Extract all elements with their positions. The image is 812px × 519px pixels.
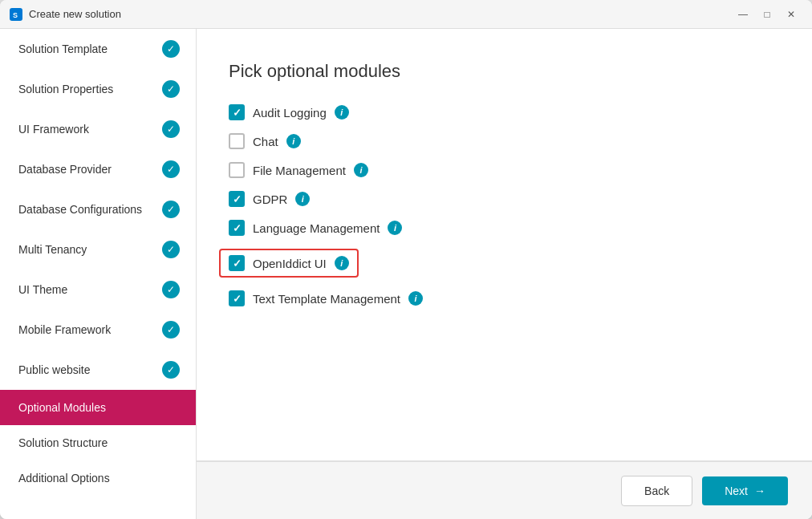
sidebar-item-ui-theme[interactable]: UI Theme✓ xyxy=(0,270,196,310)
info-icon-file-management[interactable]: i xyxy=(354,163,368,177)
check-circle-database-configurations: ✓ xyxy=(162,201,180,218)
module-label-gdpr: GDPR xyxy=(253,193,287,206)
sidebar-item-solution-template[interactable]: Solution Template✓ xyxy=(0,29,196,69)
checkbox-audit-logging[interactable] xyxy=(229,104,245,120)
checkbox-file-management[interactable] xyxy=(229,162,245,178)
info-icon-gdpr[interactable]: i xyxy=(295,192,310,206)
module-item-chat: Chati xyxy=(229,133,780,149)
info-icon-chat[interactable]: i xyxy=(286,134,301,148)
check-circle-solution-template: ✓ xyxy=(162,40,180,58)
check-circle-mobile-framework: ✓ xyxy=(162,321,180,339)
info-icon-openiddict-ui[interactable]: i xyxy=(335,256,349,270)
sidebar-item-label-mobile-framework: Mobile Framework xyxy=(18,323,162,336)
sidebar: Solution Template✓Solution Properties✓UI… xyxy=(0,29,197,519)
window-title: Create new solution xyxy=(29,8,732,20)
app-icon: S xyxy=(10,8,22,21)
module-label-text-template-management: Text Template Management xyxy=(253,292,400,306)
checkbox-chat[interactable] xyxy=(229,133,245,149)
main-panel: Pick optional modules Audit LoggingiChat… xyxy=(197,29,812,519)
sidebar-item-label-ui-framework: UI Framework xyxy=(18,123,162,136)
module-item-file-management: File Managementi xyxy=(229,162,780,178)
check-circle-public-website: ✓ xyxy=(162,361,180,379)
close-button[interactable]: ✕ xyxy=(780,6,802,23)
main-content-area: Solution Template✓Solution Properties✓UI… xyxy=(0,29,812,519)
module-item-language-management: Language Managementi xyxy=(229,220,780,236)
next-arrow-icon: → xyxy=(754,485,765,497)
sidebar-item-mobile-framework[interactable]: Mobile Framework✓ xyxy=(0,310,196,350)
sidebar-item-label-solution-properties: Solution Properties xyxy=(18,83,162,95)
checkbox-openiddict-ui[interactable] xyxy=(229,255,245,271)
checkbox-gdpr[interactable] xyxy=(229,191,245,207)
check-circle-database-provider: ✓ xyxy=(162,160,180,178)
module-label-language-management: Language Management xyxy=(253,221,380,235)
module-item-audit-logging: Audit Loggingi xyxy=(229,104,780,120)
module-item-text-template-management: Text Template Managementi xyxy=(229,290,780,306)
module-label-chat: Chat xyxy=(253,135,278,148)
check-circle-multi-tenancy: ✓ xyxy=(162,241,180,258)
sidebar-item-label-database-configurations: Database Configurations xyxy=(18,203,162,216)
maximize-button[interactable]: □ xyxy=(756,6,778,23)
page-title: Pick optional modules xyxy=(229,61,780,82)
check-circle-ui-theme: ✓ xyxy=(162,281,180,298)
check-circle-ui-framework: ✓ xyxy=(162,120,180,138)
info-icon-text-template-management[interactable]: i xyxy=(408,291,423,306)
sidebar-item-ui-framework[interactable]: UI Framework✓ xyxy=(0,109,196,149)
check-circle-solution-properties: ✓ xyxy=(162,80,180,98)
svg-text:S: S xyxy=(13,11,18,19)
sidebar-item-label-public-website: Public website xyxy=(18,363,162,376)
info-icon-language-management[interactable]: i xyxy=(388,221,402,235)
sidebar-item-database-configurations[interactable]: Database Configurations✓ xyxy=(0,189,196,229)
footer: Back Next → xyxy=(197,461,812,519)
app-window: S Create new solution — □ ✕ Solution Tem… xyxy=(0,0,812,519)
module-label-openiddict-ui: OpenIddict UI xyxy=(253,257,327,270)
sidebar-item-database-provider[interactable]: Database Provider✓ xyxy=(0,149,196,189)
sidebar-item-label-solution-template: Solution Template xyxy=(18,43,162,55)
sidebar-item-additional-options[interactable]: Additional Options xyxy=(0,460,196,496)
minimize-button[interactable]: — xyxy=(732,6,754,23)
next-label: Next xyxy=(725,485,748,497)
module-item-gdpr: GDPRi xyxy=(229,191,780,207)
sidebar-item-label-multi-tenancy: Multi Tenancy xyxy=(18,243,162,256)
sidebar-item-label-solution-structure: Solution Structure xyxy=(18,436,180,449)
checkbox-language-management[interactable] xyxy=(229,220,245,236)
info-icon-audit-logging[interactable]: i xyxy=(335,105,349,120)
back-button[interactable]: Back xyxy=(621,476,692,506)
sidebar-item-label-database-provider: Database Provider xyxy=(18,163,162,176)
sidebar-item-solution-structure[interactable]: Solution Structure xyxy=(0,425,196,460)
modules-list: Audit LoggingiChatiFile ManagementiGDPRi… xyxy=(229,104,780,306)
sidebar-item-public-website[interactable]: Public website✓ xyxy=(0,350,196,390)
module-label-file-management: File Management xyxy=(253,164,346,177)
module-label-audit-logging: Audit Logging xyxy=(253,106,327,120)
sidebar-item-multi-tenancy[interactable]: Multi Tenancy✓ xyxy=(0,229,196,270)
sidebar-item-label-optional-modules: Optional Modules xyxy=(18,401,180,414)
module-item-openiddict-ui: OpenIddict UIi xyxy=(219,249,359,278)
sidebar-item-label-additional-options: Additional Options xyxy=(18,472,180,485)
title-bar: S Create new solution — □ ✕ xyxy=(0,0,812,29)
next-button[interactable]: Next → xyxy=(702,476,788,505)
sidebar-item-optional-modules[interactable]: Optional Modules xyxy=(0,390,196,425)
sidebar-item-solution-properties[interactable]: Solution Properties✓ xyxy=(0,69,196,109)
checkbox-text-template-management[interactable] xyxy=(229,290,245,306)
window-controls: — □ ✕ xyxy=(732,6,802,23)
sidebar-item-label-ui-theme: UI Theme xyxy=(18,283,162,296)
main-body: Pick optional modules Audit LoggingiChat… xyxy=(197,29,812,460)
